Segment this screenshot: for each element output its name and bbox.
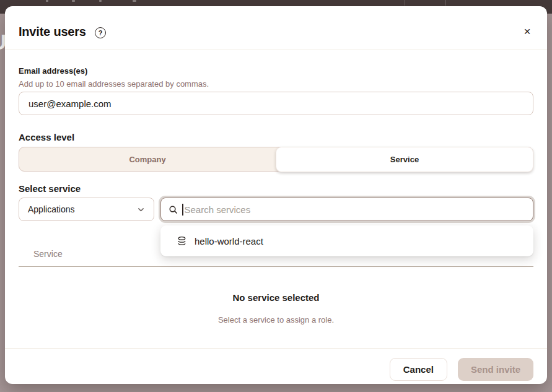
email-addresses-label: Email address(es) xyxy=(19,66,87,76)
invite-users-dialog: Invite users ? × Email address(es) Add u… xyxy=(5,6,547,384)
segment-company[interactable]: Company xyxy=(19,147,276,171)
email-addresses-input[interactable] xyxy=(19,92,533,115)
access-level-segmented-control: Company Service xyxy=(19,147,533,172)
topbar-divider xyxy=(445,0,446,6)
search-result-name: hello-world-react xyxy=(195,236,263,246)
service-column-header: Service xyxy=(33,249,63,259)
search-icon xyxy=(169,205,178,214)
search-result-item[interactable]: hello-world-react xyxy=(160,225,533,256)
topbar-text-fragment xyxy=(99,0,102,2)
dialog-footer: Cancel Send invite xyxy=(5,358,547,381)
access-level-label: Access level xyxy=(19,132,74,142)
send-invite-button[interactable]: Send invite xyxy=(458,358,533,381)
footer-divider xyxy=(5,348,547,349)
close-icon[interactable]: × xyxy=(520,24,535,39)
header-divider xyxy=(5,50,547,50)
stack-icon xyxy=(177,236,187,246)
segment-service[interactable]: Service xyxy=(276,147,533,172)
table-header-divider xyxy=(19,266,533,267)
page-root: { "backdrop": { "topbar_color": "#453a3a… xyxy=(0,0,552,392)
topbar-text-fragment xyxy=(133,0,136,2)
empty-state-subtitle: Select a service to assign a role. xyxy=(5,315,547,324)
email-addresses-hint: Add up to 10 email addresses separated b… xyxy=(19,79,209,89)
cancel-button[interactable]: Cancel xyxy=(390,358,447,381)
topbar-text-fragment xyxy=(72,0,75,2)
service-search-field[interactable] xyxy=(160,198,533,221)
topbar-text-fragment xyxy=(46,0,48,2)
select-service-label: Select service xyxy=(19,183,81,194)
service-search-input[interactable] xyxy=(183,204,526,215)
chevron-down-icon xyxy=(137,206,145,214)
empty-state-title: No service selected xyxy=(5,292,547,303)
help-icon[interactable]: ? xyxy=(95,27,106,38)
search-results-panel: hello-world-react xyxy=(160,225,533,256)
dialog-title: Invite users xyxy=(19,25,86,39)
topbar-divider xyxy=(405,0,405,6)
service-category-dropdown[interactable]: Applications xyxy=(19,198,154,221)
service-category-value: Applications xyxy=(28,204,75,214)
